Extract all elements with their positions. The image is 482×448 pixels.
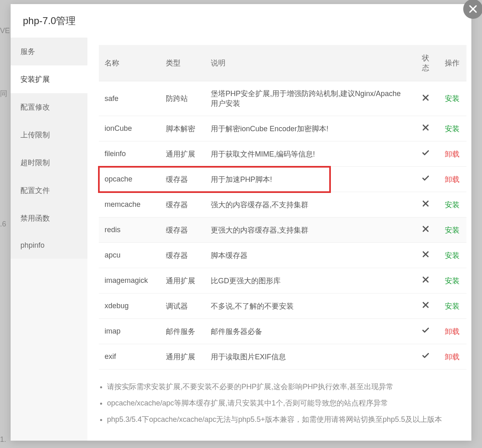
table-row: redis缓存器更强大的内容缓存器,支持集群安装 bbox=[99, 217, 466, 243]
cell-status bbox=[413, 268, 438, 293]
cell-type: 缓存器 bbox=[160, 192, 205, 217]
th-type: 类型 bbox=[160, 45, 205, 81]
cell-action: 安装 bbox=[438, 81, 466, 116]
cell-desc: 堡塔PHP安全扩展,用于增强防跨站机制,建议Nginx/Apache用户安装 bbox=[205, 81, 413, 116]
install-link[interactable]: 安装 bbox=[445, 94, 460, 103]
cell-action: 卸载 bbox=[438, 167, 466, 192]
cell-action: 卸载 bbox=[438, 344, 466, 370]
cell-status bbox=[413, 167, 438, 192]
cell-name: opcache bbox=[99, 167, 160, 192]
check-icon bbox=[422, 174, 430, 184]
check-icon bbox=[422, 326, 430, 336]
note-item: php5.3/5.4下opcache/xcache/apc无法与php5.5+版… bbox=[107, 412, 466, 427]
table-row: fileinfo通用扩展用于获取文件MIME,编码等信息!卸载 bbox=[99, 141, 466, 167]
cross-icon bbox=[422, 225, 430, 235]
install-link[interactable]: 安装 bbox=[445, 201, 460, 209]
cross-icon bbox=[422, 199, 430, 210]
cell-action: 安装 bbox=[438, 243, 466, 268]
table-row: xdebug调试器不多说,不了解的不要安装安装 bbox=[99, 293, 466, 319]
cell-name: exif bbox=[99, 344, 160, 370]
cell-name: memcache bbox=[99, 192, 160, 217]
cell-action: 安装 bbox=[438, 192, 466, 217]
cell-desc: 用于获取文件MIME,编码等信息! bbox=[205, 141, 413, 167]
bg-fragment: VE bbox=[0, 27, 10, 35]
uninstall-link[interactable]: 卸载 bbox=[445, 150, 460, 158]
install-link[interactable]: 安装 bbox=[445, 226, 460, 234]
uninstall-link[interactable]: 卸载 bbox=[445, 327, 460, 336]
cell-name: apcu bbox=[99, 243, 160, 268]
table-row: safe防跨站堡塔PHP安全扩展,用于增强防跨站机制,建议Nginx/Apach… bbox=[99, 81, 466, 116]
table-row: memcache缓存器强大的内容缓存器,不支持集群安装 bbox=[99, 192, 466, 217]
cell-status bbox=[413, 141, 438, 167]
uninstall-link[interactable]: 卸载 bbox=[445, 175, 460, 184]
close-icon bbox=[468, 4, 478, 14]
sidebar-item-5[interactable]: 配置文件 bbox=[11, 177, 87, 204]
cell-desc: 更强大的内容缓存器,支持集群 bbox=[205, 217, 413, 243]
sidebar-item-3[interactable]: 上传限制 bbox=[11, 121, 87, 149]
cell-type: 缓存器 bbox=[160, 217, 205, 243]
cell-type: 缓存器 bbox=[160, 167, 205, 192]
cell-type: 通用扩展 bbox=[160, 141, 205, 167]
sidebar-item-1[interactable]: 安装扩展 bbox=[11, 65, 87, 93]
cell-name: redis bbox=[99, 217, 160, 243]
cell-name: imagemagick bbox=[99, 268, 160, 293]
cell-status bbox=[413, 192, 438, 217]
cell-type: 调试器 bbox=[160, 293, 205, 319]
cell-status bbox=[413, 81, 438, 116]
cell-type: 脚本解密 bbox=[160, 116, 205, 141]
modal-title: php-7.0管理 bbox=[11, 4, 471, 38]
bg-fragment: 同 bbox=[0, 89, 7, 99]
sidebar-item-4[interactable]: 超时限制 bbox=[11, 149, 87, 177]
cell-status bbox=[413, 217, 438, 243]
bg-fragment: .6 bbox=[0, 220, 6, 228]
cell-action: 安装 bbox=[438, 293, 466, 319]
close-button[interactable] bbox=[463, 0, 482, 19]
table-row: imagemagick通用扩展比GD更强大的图形库安装 bbox=[99, 268, 466, 293]
cell-desc: 邮件服务器必备 bbox=[205, 319, 413, 344]
extensions-table: 名称 类型 说明 状态 操作 safe防跨站堡塔PHP安全扩展,用于增强防跨站机… bbox=[99, 45, 466, 370]
th-action: 操作 bbox=[438, 45, 466, 81]
cell-name: fileinfo bbox=[99, 141, 160, 167]
cell-name: safe bbox=[99, 81, 160, 116]
content-panel: 名称 类型 说明 状态 操作 safe防跨站堡塔PHP安全扩展,用于增强防跨站机… bbox=[87, 38, 471, 441]
note-item: opcache/xcache/apc等脚本缓存扩展,请只安装其中1个,否则可能导… bbox=[107, 396, 466, 410]
install-link[interactable]: 安装 bbox=[445, 277, 460, 285]
cross-icon bbox=[422, 301, 430, 311]
uninstall-link[interactable]: 卸载 bbox=[445, 353, 460, 361]
install-link[interactable]: 安装 bbox=[445, 302, 460, 310]
cell-name: ionCube bbox=[99, 116, 160, 141]
check-icon bbox=[422, 352, 430, 362]
note-item: 请按实际需求安装扩展,不要安装不必要的PHP扩展,这会影响PHP执行效率,甚至出… bbox=[107, 379, 466, 394]
notes-list: 请按实际需求安装扩展,不要安装不必要的PHP扩展,这会影响PHP执行效率,甚至出… bbox=[99, 379, 466, 427]
table-row: opcache缓存器用于加速PHP脚本!卸载 bbox=[99, 167, 466, 192]
sidebar-item-7[interactable]: phpinfo bbox=[11, 232, 87, 259]
install-link[interactable]: 安装 bbox=[445, 125, 460, 133]
cell-desc: 比GD更强大的图形库 bbox=[205, 268, 413, 293]
cell-status bbox=[413, 116, 438, 141]
cell-desc: 用于加速PHP脚本! bbox=[205, 167, 413, 192]
sidebar-item-6[interactable]: 禁用函数 bbox=[11, 204, 87, 232]
cell-status bbox=[413, 319, 438, 344]
cell-action: 卸载 bbox=[438, 141, 466, 167]
cell-type: 防跨站 bbox=[160, 81, 205, 116]
cross-icon bbox=[422, 94, 430, 104]
bg-fragment: 1. bbox=[0, 435, 6, 444]
cell-type: 邮件服务 bbox=[160, 319, 205, 344]
table-row: apcu缓存器脚本缓存器安装 bbox=[99, 243, 466, 268]
table-row: ionCube脚本解密用于解密ionCube Encoder加密脚本!安装 bbox=[99, 116, 466, 141]
cell-name: imap bbox=[99, 319, 160, 344]
cell-desc: 用于读取图片EXIF信息 bbox=[205, 344, 413, 370]
sidebar-item-2[interactable]: 配置修改 bbox=[11, 93, 87, 121]
cross-icon bbox=[422, 250, 430, 260]
php-manage-modal: php-7.0管理 服务安装扩展配置修改上传限制超时限制配置文件禁用函数phpi… bbox=[11, 4, 471, 441]
cell-desc: 用于解密ionCube Encoder加密脚本! bbox=[205, 116, 413, 141]
th-name: 名称 bbox=[99, 45, 160, 81]
check-icon bbox=[422, 149, 430, 159]
cell-desc: 强大的内容缓存器,不支持集群 bbox=[205, 192, 413, 217]
table-row: imap邮件服务邮件服务器必备卸载 bbox=[99, 319, 466, 344]
sidebar-item-0[interactable]: 服务 bbox=[11, 38, 87, 65]
sidebar: 服务安装扩展配置修改上传限制超时限制配置文件禁用函数phpinfo bbox=[11, 38, 87, 441]
cell-action: 安装 bbox=[438, 268, 466, 293]
cell-status bbox=[413, 293, 438, 319]
install-link[interactable]: 安装 bbox=[445, 251, 460, 260]
